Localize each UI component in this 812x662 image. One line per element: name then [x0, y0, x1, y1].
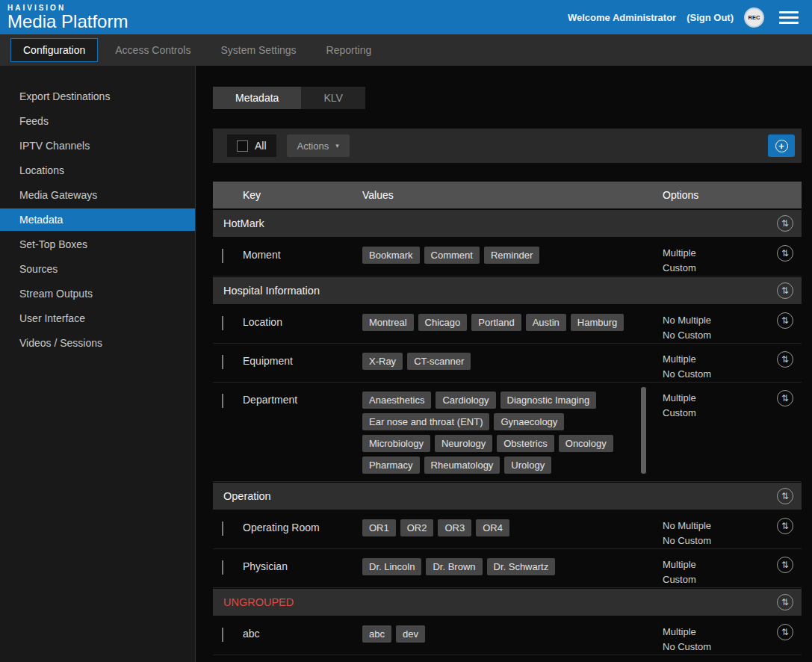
value-tag: Montreal: [362, 314, 414, 331]
row-key-label: Equipment: [243, 344, 355, 382]
sidebar-item-stream-outputs[interactable]: Stream Outputs: [0, 282, 195, 305]
value-tag: Chicago: [418, 314, 468, 331]
import-export-icon[interactable]: ⇅: [777, 594, 793, 610]
value-tag: OR4: [476, 519, 509, 536]
nav-tab-system-settings[interactable]: System Settings: [208, 38, 309, 62]
sidebar-item-set-top-boxes[interactable]: Set-Top Boxes: [0, 233, 195, 256]
tab-metadata[interactable]: Metadata: [213, 87, 301, 109]
import-export-icon[interactable]: ⇅: [777, 245, 793, 262]
option-line: Custom: [663, 261, 769, 276]
table-row-moment: Moment BookmarkCommentReminder MultipleC…: [213, 238, 802, 276]
hamburger-menu-icon[interactable]: [775, 8, 803, 27]
row-checkbox[interactable]: [222, 249, 223, 263]
actions-dropdown-button[interactable]: Actions ▾: [287, 134, 350, 157]
import-export-icon[interactable]: ⇅: [777, 351, 793, 368]
option-line: No Custom: [663, 640, 769, 655]
select-all-control[interactable]: All: [227, 134, 276, 157]
sidebar-item-metadata[interactable]: Metadata: [0, 208, 195, 231]
chevron-down-icon: ▾: [335, 142, 339, 149]
row-options: MultipleCustom: [649, 383, 769, 481]
nav-tab-reporting[interactable]: Reporting: [314, 38, 385, 62]
sign-out-link[interactable]: (Sign Out): [687, 12, 734, 23]
row-checkbox[interactable]: [222, 316, 223, 330]
row-options: MultipleCustom: [649, 549, 769, 587]
sidebar-item-iptv-channels[interactable]: IPTV Channels: [0, 134, 195, 157]
row-checkbox[interactable]: [222, 394, 223, 408]
row-options: MultipleNo Custom: [649, 616, 769, 655]
value-tag: Ear nose and throat (ENT): [362, 413, 489, 430]
import-export-icon[interactable]: ⇅: [777, 518, 793, 534]
nav-tabs: ConfigurationAccess ControlsSystem Setti…: [0, 34, 812, 66]
value-tag: Reminder: [484, 247, 539, 264]
import-export-icon[interactable]: ⇅: [777, 312, 793, 329]
row-values: AnaestheticsCardiologyDiagnostic Imaging…: [355, 383, 649, 481]
select-all-label: All: [255, 140, 267, 152]
tab-klv[interactable]: KLV: [301, 87, 365, 109]
row-checkbox[interactable]: [222, 628, 223, 642]
table-row-operating-room: Operating Room OR1OR2OR3OR4 No MultipleN…: [213, 510, 802, 549]
value-tag: Diagnostic Imaging: [500, 392, 597, 409]
nav-tab-access-controls[interactable]: Access Controls: [102, 38, 203, 62]
option-line: Custom: [663, 572, 769, 587]
welcome-text: Welcome Administrator: [568, 12, 676, 23]
row-checkbox[interactable]: [222, 355, 223, 369]
import-export-icon[interactable]: ⇅: [777, 282, 793, 299]
value-tag: Obstetrics: [497, 435, 554, 452]
row-checkbox[interactable]: [222, 522, 223, 536]
import-export-icon[interactable]: ⇅: [777, 624, 793, 640]
group-name: Operation: [213, 490, 769, 502]
value-tag: Gynaecology: [494, 413, 564, 430]
value-tag: abc: [362, 625, 391, 643]
plus-icon: +: [775, 140, 788, 152]
table-row-physician: Physician Dr. LincolnDr. BrownDr. Schwar…: [213, 549, 802, 588]
option-line: Multiple: [663, 352, 769, 367]
option-line: Multiple: [663, 557, 769, 572]
value-tag: Cardiology: [436, 392, 495, 409]
option-line: No Multiple: [663, 313, 769, 328]
add-metadata-button[interactable]: +: [768, 134, 795, 157]
main-panel: MetadataKLV All Actions ▾ + Key Values O…: [196, 66, 812, 662]
sidebar-item-videos-sessions[interactable]: Videos / Sessions: [0, 332, 195, 354]
import-export-icon[interactable]: ⇅: [777, 390, 793, 406]
import-export-icon[interactable]: ⇅: [777, 488, 793, 504]
group-name: HotMark: [213, 217, 769, 229]
table-row-equipment: Equipment X-RayCT-scanner MultipleNo Cus…: [213, 344, 802, 383]
import-export-icon[interactable]: ⇅: [777, 215, 793, 232]
sidebar-item-user-interface[interactable]: User Interface: [0, 307, 195, 330]
value-tag: Microbiology: [362, 435, 430, 452]
row-values: X-RayCT-scanner: [355, 344, 649, 382]
value-tag: Anaesthetics: [362, 392, 431, 409]
row-checkbox[interactable]: [222, 560, 223, 575]
option-line: Multiple: [663, 625, 769, 640]
option-line: Multiple: [663, 246, 769, 261]
value-tag: Pharmacy: [362, 457, 420, 474]
nav-tab-configuration[interactable]: Configuration: [10, 38, 98, 62]
row-key-label: Physician: [243, 549, 355, 587]
value-tag: Dr. Brown: [426, 558, 482, 575]
value-tag: OR1: [362, 519, 396, 536]
row-key-label: abc: [243, 616, 355, 655]
sidebar-item-export-destinations[interactable]: Export Destinations: [0, 85, 195, 108]
option-line: No Custom: [663, 367, 769, 382]
select-all-checkbox[interactable]: [237, 140, 248, 152]
toolbar: All Actions ▾ +: [213, 129, 802, 163]
values-scrollbar[interactable]: [641, 387, 646, 474]
main-tabs: MetadataKLV: [213, 87, 802, 109]
import-export-icon[interactable]: ⇅: [777, 557, 793, 573]
table-row-location: Location MontrealChicagoPortlandAustinHa…: [213, 305, 802, 344]
metadata-group: UNGROUPED ⇅ abc abcdev MultipleNo Custom…: [213, 589, 802, 655]
row-options: No MultipleNo Custom: [649, 510, 769, 548]
column-header-key: Key: [243, 189, 355, 201]
value-tag: OR3: [438, 519, 471, 536]
content-area: Export DestinationsFeedsIPTV ChannelsLoc…: [0, 66, 812, 662]
sidebar-item-sources[interactable]: Sources: [0, 258, 195, 280]
table-header-row: Key Values Options: [213, 182, 802, 208]
sidebar-item-media-gateways[interactable]: Media Gateways: [0, 184, 195, 206]
sidebar-item-locations[interactable]: Locations: [0, 159, 195, 182]
brand-media-platform: Media Platform: [7, 13, 128, 31]
metadata-group: Hospital Information ⇅ Location Montreal…: [213, 277, 802, 482]
column-header-options: Options: [649, 189, 769, 201]
option-line: Custom: [663, 406, 769, 421]
rec-badge[interactable]: REC: [744, 7, 764, 28]
sidebar-item-feeds[interactable]: Feeds: [0, 110, 195, 132]
